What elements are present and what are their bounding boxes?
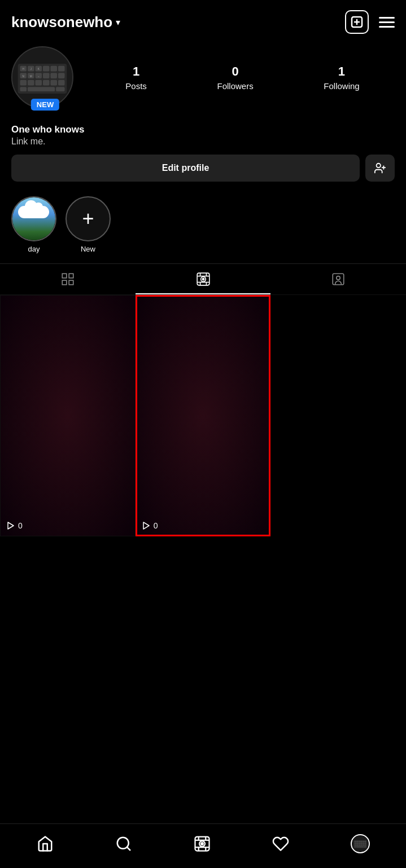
svg-rect-15: [50, 73, 57, 78]
svg-rect-37: [62, 280, 67, 285]
add-post-button[interactable]: [345, 10, 369, 34]
followers-label: Followers: [217, 81, 253, 91]
new-story-circle[interactable]: +: [66, 196, 111, 241]
header-right: [345, 10, 395, 34]
story-label-day: day: [28, 245, 40, 253]
posts-stat[interactable]: 1 Posts: [125, 64, 147, 91]
profile-top: H J K N M < NEW 1 Posts 0 Followers 1: [11, 46, 395, 108]
cloud-decoration: [18, 206, 49, 218]
tab-reels[interactable]: [136, 264, 271, 294]
play-icon: [6, 521, 15, 530]
edit-profile-button[interactable]: Edit profile: [11, 155, 360, 182]
svg-rect-16: [58, 73, 65, 78]
new-badge: NEW: [31, 99, 59, 111]
svg-text:H: H: [23, 68, 25, 71]
svg-rect-48: [333, 274, 344, 285]
svg-rect-84: [356, 847, 364, 848]
svg-rect-22: [58, 80, 65, 86]
display-name: One who knows: [11, 124, 395, 135]
svg-rect-19: [35, 80, 42, 86]
svg-line-53: [126, 847, 129, 850]
followers-stat[interactable]: 0 Followers: [217, 64, 253, 91]
bio-section: One who knows Link me.: [11, 124, 395, 147]
svg-point-41: [202, 278, 204, 280]
tagged-icon: [331, 272, 346, 287]
profile-avatar-nav-image: [352, 836, 368, 852]
bottom-spacer: [0, 536, 406, 593]
play-count-1: 0: [6, 521, 23, 530]
following-label: Following: [324, 81, 359, 91]
story-sky-image: [12, 197, 55, 240]
play-count-value-1: 0: [18, 521, 23, 530]
svg-rect-82: [364, 844, 366, 846]
action-buttons: Edit profile: [11, 155, 395, 182]
svg-rect-25: [56, 87, 64, 91]
svg-rect-35: [62, 274, 67, 278]
tabs-section: [0, 263, 406, 294]
svg-rect-9: [50, 66, 57, 72]
nav-search[interactable]: [112, 832, 136, 856]
video-thumbnail-2: [136, 296, 270, 536]
header-left: knowsonewho ▾: [11, 14, 120, 31]
bio-text: Link me.: [11, 136, 395, 147]
svg-point-32: [377, 164, 381, 168]
followers-count: 0: [232, 64, 238, 79]
svg-rect-68: [360, 841, 362, 843]
username-text[interactable]: knowsonewho: [11, 14, 112, 31]
nav-profile[interactable]: [347, 831, 373, 857]
svg-rect-85: [364, 847, 366, 848]
play-count-2: 0: [142, 521, 158, 530]
svg-rect-78: [356, 844, 358, 846]
nav-home[interactable]: [33, 832, 57, 856]
chevron-down-icon[interactable]: ▾: [116, 17, 120, 28]
story-item-new[interactable]: + New: [66, 196, 111, 253]
story-label-new: New: [81, 245, 95, 253]
stories-section: day + New: [0, 191, 406, 258]
svg-point-49: [337, 276, 340, 280]
tab-tagged[interactable]: [270, 264, 406, 294]
play-icon-2: [142, 521, 151, 530]
avatar-wrapper: H J K N M < NEW: [11, 46, 79, 108]
bottom-nav: [0, 823, 406, 868]
content-section: 0 0: [0, 294, 406, 536]
profile-avatar-nav: [351, 834, 370, 853]
svg-rect-10: [58, 66, 65, 72]
content-cell-1[interactable]: 0: [0, 295, 136, 536]
svg-rect-66: [356, 841, 358, 843]
svg-rect-36: [69, 274, 73, 278]
story-item-day[interactable]: day: [11, 196, 56, 253]
following-count: 1: [338, 64, 345, 79]
hamburger-menu-button[interactable]: [379, 17, 395, 28]
video-thumbnail-1: [1, 296, 135, 536]
grid-icon: [60, 272, 75, 287]
svg-rect-24: [28, 87, 55, 91]
home-icon: [37, 835, 54, 852]
following-stat[interactable]: 1 Following: [324, 64, 359, 91]
svg-rect-75: [362, 843, 364, 844]
content-cell-2[interactable]: 0: [136, 295, 271, 536]
svg-rect-72: [356, 843, 358, 844]
svg-rect-20: [43, 80, 50, 86]
svg-rect-38: [69, 280, 73, 285]
add-friend-button[interactable]: [365, 155, 395, 182]
add-person-icon: [374, 162, 386, 174]
svg-rect-80: [360, 844, 362, 846]
svg-rect-74: [360, 843, 362, 844]
svg-marker-51: [143, 522, 149, 529]
svg-rect-67: [358, 841, 360, 843]
posts-count: 1: [133, 64, 139, 79]
svg-text:N: N: [23, 75, 25, 78]
svg-rect-23: [20, 87, 27, 91]
svg-rect-70: [364, 841, 366, 843]
plus-icon: +: [82, 209, 94, 229]
svg-rect-8: [43, 66, 50, 72]
svg-point-56: [201, 843, 203, 845]
svg-rect-69: [362, 841, 364, 843]
tab-grid[interactable]: [0, 264, 136, 294]
svg-rect-21: [50, 80, 57, 86]
heart-icon: [272, 835, 289, 852]
nav-activity[interactable]: [269, 832, 293, 856]
play-count-value-2: 0: [154, 521, 158, 530]
nav-reels[interactable]: [190, 832, 214, 856]
hamburger-line: [379, 21, 395, 23]
